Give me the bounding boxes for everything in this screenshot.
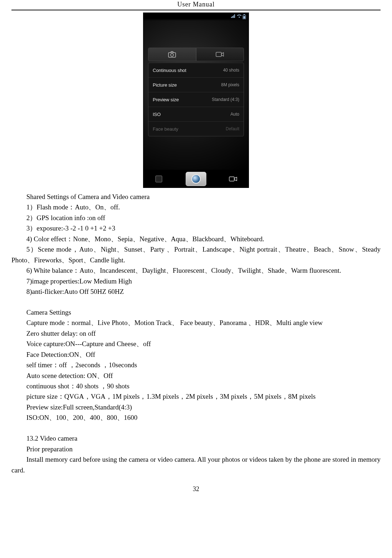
shutter-button[interactable] — [186, 172, 206, 186]
setting-value: 40 shots — [223, 68, 239, 73]
setting-value: Auto — [230, 112, 239, 117]
body-line: 1）Flash mode：Auto、On、off. — [11, 202, 381, 212]
body-line: Preview size:Full screen,Standard(4:3) — [11, 402, 381, 412]
svg-rect-5 — [216, 52, 221, 57]
setting-row-continuous-shot[interactable]: Continuous shot 40 shots — [148, 63, 244, 78]
setting-label: Face beauty — [153, 126, 178, 132]
body-line: Shared Settings of Camera and Video came… — [11, 191, 381, 202]
document-body: Shared Settings of Camera and Video came… — [11, 191, 381, 475]
battery-icon — [242, 14, 247, 18]
body-line: 3）exposure:-3 -2 -1 0 +1 +2 +3 — [11, 223, 381, 233]
body-line: 8)anti-flicker:Auto Off 50HZ 60HZ — [11, 286, 381, 297]
svg-rect-2 — [244, 16, 245, 19]
body-line: 7)image properties:Low Medium High — [11, 276, 381, 286]
phone-frame: Continuous shot 40 shots Picture size 8M… — [143, 13, 249, 188]
body-line: ISO:ON、100、200、400、800、1600 — [11, 412, 381, 423]
body-line: Camera Settings — [11, 307, 381, 317]
body-line: Capture mode：normal、Live Photo、Motion Tr… — [11, 317, 381, 328]
body-line: Auto scene detection: ON、Off — [11, 370, 381, 381]
gallery-thumbnail-button[interactable] — [154, 174, 164, 184]
page-number: 32 — [11, 485, 381, 493]
camera-settings-panel: Continuous shot 40 shots Picture size 8M… — [148, 63, 244, 136]
body-line: continuous shot：40 shots ，90 shots — [11, 381, 381, 391]
body-line: Install memory card before using the cam… — [11, 454, 381, 475]
embedded-screenshot: Continuous shot 40 shots Picture size 8M… — [11, 13, 381, 188]
camera-icon — [168, 51, 176, 58]
camera-bottom-bar — [143, 170, 249, 188]
page-header: User Manual — [11, 0, 381, 10]
setting-label: Picture size — [153, 82, 177, 88]
setting-row-iso[interactable]: ISO Auto — [148, 107, 244, 122]
setting-label: Continuous shot — [153, 68, 186, 73]
body-line: Face Detection:ON、Off — [11, 349, 381, 360]
body-line: 4) Color effect：None、Mono、Sepia、Negative… — [11, 234, 381, 244]
body-line: 5）Scene mode，Auto、Night、Sunset、Party 、Po… — [11, 244, 381, 265]
shutter-inner-icon — [191, 174, 201, 184]
setting-row-preview-size[interactable]: Preview size Standard (4:3) — [148, 92, 244, 107]
body-line: picture size：QVGA，VGA，1M pixels，1.3M pix… — [11, 391, 381, 402]
body-line: Zero shutter delay: on off — [11, 328, 381, 339]
svg-point-4 — [171, 54, 173, 57]
status-bar — [143, 13, 249, 20]
setting-row-face-beauty[interactable]: Face beauty Default — [148, 122, 244, 136]
tab-video[interactable] — [196, 48, 244, 61]
setting-value: Standard (4:3) — [212, 97, 239, 102]
body-line: 6) White balance：Auto、Incandescent、Dayli… — [11, 265, 381, 276]
svg-rect-6 — [156, 176, 162, 182]
signal-icon — [231, 14, 235, 18]
body-line: Voice capture:ON---Capture and Cheese、of… — [11, 339, 381, 349]
setting-label: Preview size — [153, 97, 179, 102]
body-line: self timer：off ，2seconds ，10seconds — [11, 360, 381, 370]
body-line: Prior preparation — [11, 444, 381, 454]
wifi-icon — [237, 14, 241, 18]
setting-row-picture-size[interactable]: Picture size 8M pixels — [148, 78, 244, 92]
setting-value: 8M pixels — [221, 82, 239, 87]
mode-switch-button[interactable] — [228, 174, 238, 184]
body-line: 2）GPS location info :on off — [11, 213, 381, 223]
svg-rect-7 — [229, 177, 234, 181]
mode-tabs — [148, 48, 244, 61]
video-icon — [216, 52, 224, 57]
svg-rect-1 — [244, 14, 245, 15]
setting-value: Default — [226, 126, 239, 131]
tab-camera[interactable] — [148, 48, 196, 61]
setting-label: ISO — [153, 112, 161, 117]
body-line: 13.2 Video camera — [11, 433, 381, 443]
